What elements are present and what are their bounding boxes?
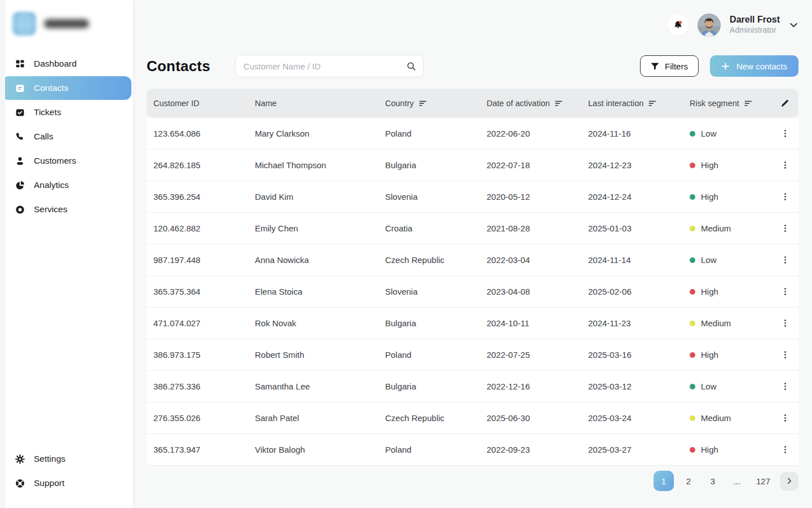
table-row[interactable]: 365.375.364 Elena Stoica Slovenia 2023-0… bbox=[147, 276, 798, 308]
sidebar-item[interactable]: Dashboard bbox=[2, 52, 131, 76]
page-button[interactable]: 3 bbox=[703, 471, 722, 491]
table-row[interactable]: 386.275.336 Samantha Lee Bulgaria 2022-1… bbox=[147, 371, 798, 402]
column-header[interactable]: Country bbox=[378, 99, 480, 108]
cell-risk-segment: High bbox=[683, 160, 771, 170]
sidebar-item[interactable]: Tickets bbox=[2, 100, 131, 124]
table-row[interactable]: 365.173.947 Viktor Balogh Poland 2022-09… bbox=[147, 434, 798, 466]
column-header-label: Date of activation bbox=[487, 99, 550, 108]
contact-card-icon bbox=[15, 84, 25, 93]
app-logo-wordmark bbox=[44, 19, 89, 28]
sidebar-item[interactable]: Services bbox=[2, 198, 131, 221]
sidebar-item-label: Customers bbox=[34, 156, 76, 166]
table-row[interactable]: 987.197.448 Anna Nowicka Czech Republic … bbox=[147, 244, 798, 276]
sort-icon[interactable] bbox=[744, 99, 752, 107]
sidebar-item[interactable]: Support bbox=[2, 471, 131, 495]
cell-country: Poland bbox=[378, 350, 480, 360]
filters-button[interactable]: Filters bbox=[640, 55, 699, 77]
column-header[interactable]: Last interaction bbox=[581, 99, 683, 108]
row-menu-button[interactable] bbox=[777, 252, 793, 268]
table-row[interactable]: 471.074.027 Rok Novak Bulgaria 2024-10-1… bbox=[147, 308, 798, 339]
sidebar-item[interactable]: Settings bbox=[2, 447, 131, 471]
row-menu-button[interactable] bbox=[777, 347, 793, 363]
cell-last-interaction: 2025-01-03 bbox=[581, 224, 683, 233]
table-row[interactable]: 120.462.882 Emily Chen Croatia 2021-08-2… bbox=[147, 213, 798, 244]
funnel-icon bbox=[651, 62, 659, 71]
risk-label: Medium bbox=[701, 224, 731, 233]
column-header[interactable]: Risk segment bbox=[683, 99, 771, 108]
row-menu-button[interactable] bbox=[777, 410, 793, 426]
kebab-icon bbox=[781, 414, 789, 422]
cell-customer-id: 365.396.254 bbox=[147, 192, 248, 202]
new-contacts-button[interactable]: New contacts bbox=[710, 55, 798, 77]
notifications-button[interactable] bbox=[668, 15, 689, 36]
cell-last-interaction: 2025-03-12 bbox=[581, 382, 683, 391]
sidebar-item-label: Settings bbox=[34, 454, 65, 464]
risk-label: High bbox=[701, 445, 718, 454]
table-row[interactable]: 365.396.254 David Kim Slovenia 2020-05-1… bbox=[147, 181, 798, 213]
sidebar-item[interactable]: Contacts bbox=[2, 76, 131, 100]
cell-last-interaction: 2025-03-16 bbox=[581, 350, 683, 360]
sidebar-item[interactable]: Analytics bbox=[2, 173, 131, 197]
column-header-label: Risk segment bbox=[690, 99, 739, 108]
column-header[interactable]: Name bbox=[248, 99, 378, 108]
search-box bbox=[235, 55, 423, 77]
search-icon[interactable] bbox=[407, 62, 416, 71]
sort-icon[interactable] bbox=[555, 99, 563, 107]
sidebar: Dashboard Contacts Tickets Calls Custome… bbox=[0, 0, 134, 508]
cell-country: Slovenia bbox=[378, 192, 480, 202]
next-page-button[interactable] bbox=[780, 472, 798, 491]
sort-icon[interactable] bbox=[648, 99, 656, 107]
pagination: 1 2 3 ... 127 bbox=[147, 471, 798, 491]
cell-last-interaction: 2024-11-23 bbox=[581, 318, 683, 328]
cell-country: Croatia bbox=[378, 224, 480, 233]
sort-icon[interactable] bbox=[419, 99, 427, 107]
row-menu-button[interactable] bbox=[777, 442, 793, 458]
sidebar-item-label: Analytics bbox=[34, 180, 69, 190]
row-menu-button[interactable] bbox=[777, 221, 793, 237]
table-row[interactable]: 264.826.185 Michael Thompson Bulgaria 20… bbox=[147, 150, 798, 181]
main-content: Darell Frost Administrator Contacts bbox=[134, 0, 812, 508]
column-header[interactable]: Date of activation bbox=[480, 99, 581, 108]
cell-activation-date: 2022-03-04 bbox=[480, 255, 581, 265]
risk-label: High bbox=[701, 192, 718, 202]
cell-name: Michael Thompson bbox=[248, 160, 378, 170]
row-menu-button[interactable] bbox=[777, 157, 793, 173]
row-menu-button[interactable] bbox=[777, 316, 793, 331]
table-row[interactable]: 276.355.026 Sarah Patel Czech Republic 2… bbox=[147, 402, 798, 434]
row-menu-button[interactable] bbox=[777, 379, 793, 395]
cell-activation-date: 2020-05-12 bbox=[480, 192, 581, 202]
risk-dot bbox=[690, 226, 695, 231]
column-header[interactable]: Customer ID bbox=[147, 99, 248, 108]
row-menu-button[interactable] bbox=[777, 126, 793, 142]
page-button[interactable]: 2 bbox=[679, 471, 698, 491]
user-meta: Darell Frost Administrator bbox=[730, 14, 780, 36]
dashboard-grid-icon bbox=[15, 59, 25, 69]
sidebar-nav: Dashboard Contacts Tickets Calls Custome… bbox=[0, 52, 133, 222]
search-input[interactable] bbox=[244, 62, 407, 71]
row-menu-button[interactable] bbox=[777, 284, 793, 300]
column-header-label: Country bbox=[385, 99, 414, 108]
sidebar-item[interactable]: Customers bbox=[2, 149, 131, 173]
table-row[interactable]: 386.973.175 Robert Smith Poland 2022-07-… bbox=[147, 339, 798, 371]
sidebar-item[interactable]: Calls bbox=[2, 125, 131, 148]
cell-name: Sarah Patel bbox=[248, 413, 378, 423]
page-button[interactable]: 1 bbox=[654, 471, 674, 491]
cell-risk-segment: Medium bbox=[683, 413, 771, 423]
row-menu-button[interactable] bbox=[777, 189, 793, 205]
cell-country: Poland bbox=[378, 445, 480, 454]
page-button[interactable]: ... bbox=[727, 471, 747, 491]
user-menu-toggle[interactable] bbox=[789, 20, 798, 30]
page-button[interactable]: 127 bbox=[752, 471, 775, 491]
new-contacts-button-label: New contacts bbox=[736, 62, 787, 71]
user-avatar[interactable] bbox=[698, 14, 721, 37]
cell-customer-id: 386.275.336 bbox=[147, 382, 248, 391]
cell-customer-id: 120.462.882 bbox=[147, 224, 248, 233]
phone-icon bbox=[15, 132, 25, 142]
notification-badge bbox=[679, 20, 682, 23]
page-header: Contacts Filters New contacts bbox=[147, 54, 798, 78]
table-row[interactable]: 123.654.086 Mary Clarkson Poland 2022-06… bbox=[147, 118, 798, 150]
cell-risk-segment: Low bbox=[683, 382, 771, 391]
edit-columns-button[interactable] bbox=[771, 99, 798, 108]
risk-label: High bbox=[701, 287, 718, 296]
cell-activation-date: 2022-07-18 bbox=[480, 160, 581, 170]
